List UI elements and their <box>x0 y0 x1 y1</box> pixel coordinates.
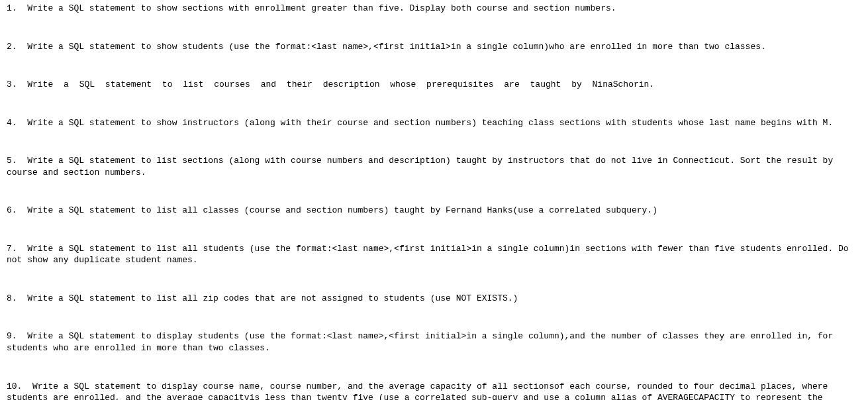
question-text: Write a SQL statement to show instructor… <box>27 118 833 128</box>
question-5: 5. Write a SQL statement to list section… <box>7 155 861 178</box>
question-2: 2. Write a SQL statement to show student… <box>7 41 861 53</box>
question-10: 10. Write a SQL statement to display cou… <box>7 381 861 400</box>
question-number: 3. <box>7 79 17 89</box>
question-number: 5. <box>7 156 17 166</box>
question-3: 3. Write a SQL statement to list courses… <box>7 79 861 91</box>
question-text: Write a SQL statement to list sections (… <box>7 156 833 177</box>
question-text: Write a SQL statement to list all zip co… <box>27 293 518 303</box>
question-text: Write a SQL statement to show students (… <box>27 42 766 52</box>
question-6: 6. Write a SQL statement to list all cla… <box>7 205 861 217</box>
question-7: 7. Write a SQL statement to list all stu… <box>7 243 861 266</box>
question-9: 9. Write a SQL statement to display stud… <box>7 330 861 354</box>
question-number: 1. <box>7 3 17 13</box>
question-text: Write a SQL statement to display course … <box>7 381 828 400</box>
question-number: 6. <box>7 205 17 215</box>
question-text: Write a SQL statement to display student… <box>7 331 833 353</box>
question-text: Write a SQL statement to list all classe… <box>27 205 657 215</box>
question-8: 8. Write a SQL statement to list all zip… <box>7 293 861 305</box>
question-1: 1. Write a SQL statement to show section… <box>7 3 861 15</box>
question-4: 4. Write a SQL statement to show instruc… <box>7 117 861 129</box>
question-number: 8. <box>7 293 17 303</box>
question-number: 2. <box>7 42 17 52</box>
question-number: 7. <box>7 244 17 254</box>
question-number: 10. <box>7 381 22 391</box>
question-text: Write a SQL statement to list all studen… <box>7 244 849 266</box>
question-number: 9. <box>7 331 17 341</box>
question-text: Write a SQL statement to show sections w… <box>27 3 616 13</box>
question-number: 4. <box>7 118 17 128</box>
question-text: Write a SQL statement to list courses an… <box>27 79 654 89</box>
